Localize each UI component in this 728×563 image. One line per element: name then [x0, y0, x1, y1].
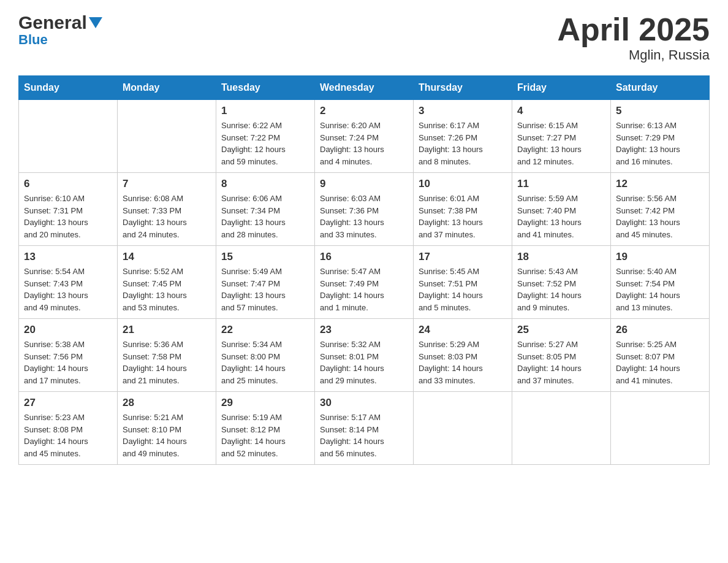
- day-number: 4: [517, 105, 605, 117]
- calendar-table: Sunday Monday Tuesday Wednesday Thursday…: [18, 75, 710, 465]
- day-info: Sunrise: 5:38 AM Sunset: 7:56 PM Dayligh…: [24, 339, 112, 386]
- day-cell: [19, 100, 118, 173]
- day-cell: [611, 392, 710, 465]
- day-cell: [414, 392, 512, 465]
- day-cell: 30Sunrise: 5:17 AM Sunset: 8:14 PM Dayli…: [315, 392, 414, 465]
- week-row-4: 20Sunrise: 5:38 AM Sunset: 7:56 PM Dayli…: [19, 319, 710, 392]
- day-info: Sunrise: 5:21 AM Sunset: 8:10 PM Dayligh…: [123, 412, 211, 459]
- day-info: Sunrise: 6:03 AM Sunset: 7:36 PM Dayligh…: [320, 193, 408, 240]
- day-info: Sunrise: 5:49 AM Sunset: 7:47 PM Dayligh…: [221, 266, 309, 313]
- logo-general-text: General: [18, 12, 87, 33]
- day-cell: [512, 392, 611, 465]
- day-cell: 27Sunrise: 5:23 AM Sunset: 8:08 PM Dayli…: [19, 392, 118, 465]
- day-cell: 13Sunrise: 5:54 AM Sunset: 7:43 PM Dayli…: [19, 246, 118, 319]
- day-cell: 2Sunrise: 6:20 AM Sunset: 7:24 PM Daylig…: [315, 100, 414, 173]
- day-info: Sunrise: 6:06 AM Sunset: 7:34 PM Dayligh…: [221, 193, 309, 240]
- day-number: 11: [517, 178, 605, 190]
- day-cell: 19Sunrise: 5:40 AM Sunset: 7:54 PM Dayli…: [611, 246, 710, 319]
- week-row-3: 13Sunrise: 5:54 AM Sunset: 7:43 PM Dayli…: [19, 246, 710, 319]
- header-saturday: Saturday: [611, 76, 710, 100]
- day-number: 16: [320, 251, 408, 263]
- day-cell: 20Sunrise: 5:38 AM Sunset: 7:56 PM Dayli…: [19, 319, 118, 392]
- day-cell: [118, 100, 216, 173]
- day-number: 17: [419, 251, 507, 263]
- day-cell: 11Sunrise: 5:59 AM Sunset: 7:40 PM Dayli…: [512, 173, 611, 246]
- day-number: 9: [320, 178, 408, 190]
- day-cell: 7Sunrise: 6:08 AM Sunset: 7:33 PM Daylig…: [118, 173, 216, 246]
- day-cell: 25Sunrise: 5:27 AM Sunset: 8:05 PM Dayli…: [512, 319, 611, 392]
- day-info: Sunrise: 5:56 AM Sunset: 7:42 PM Dayligh…: [616, 193, 704, 240]
- day-info: Sunrise: 5:43 AM Sunset: 7:52 PM Dayligh…: [517, 266, 605, 313]
- day-number: 30: [320, 397, 408, 409]
- day-cell: 8Sunrise: 6:06 AM Sunset: 7:34 PM Daylig…: [216, 173, 315, 246]
- day-info: Sunrise: 6:01 AM Sunset: 7:38 PM Dayligh…: [419, 193, 507, 240]
- day-number: 5: [616, 105, 704, 117]
- header-monday: Monday: [118, 76, 216, 100]
- day-cell: 26Sunrise: 5:25 AM Sunset: 8:07 PM Dayli…: [611, 319, 710, 392]
- day-number: 8: [221, 178, 309, 190]
- day-number: 27: [24, 397, 112, 409]
- day-info: Sunrise: 5:45 AM Sunset: 7:51 PM Dayligh…: [419, 266, 507, 313]
- day-cell: 6Sunrise: 6:10 AM Sunset: 7:31 PM Daylig…: [19, 173, 118, 246]
- day-number: 28: [123, 397, 211, 409]
- day-cell: 12Sunrise: 5:56 AM Sunset: 7:42 PM Dayli…: [611, 173, 710, 246]
- day-number: 1: [221, 105, 309, 117]
- day-info: Sunrise: 6:22 AM Sunset: 7:22 PM Dayligh…: [221, 120, 309, 167]
- day-info: Sunrise: 6:08 AM Sunset: 7:33 PM Dayligh…: [123, 193, 211, 240]
- day-info: Sunrise: 5:27 AM Sunset: 8:05 PM Dayligh…: [517, 339, 605, 386]
- day-cell: 22Sunrise: 5:34 AM Sunset: 8:00 PM Dayli…: [216, 319, 315, 392]
- header-thursday: Thursday: [414, 76, 512, 100]
- day-number: 18: [517, 251, 605, 263]
- day-cell: 5Sunrise: 6:13 AM Sunset: 7:29 PM Daylig…: [611, 100, 710, 173]
- calendar-title: April 2025: [557, 12, 710, 47]
- day-cell: 29Sunrise: 5:19 AM Sunset: 8:12 PM Dayli…: [216, 392, 315, 465]
- day-number: 25: [517, 324, 605, 336]
- day-info: Sunrise: 5:54 AM Sunset: 7:43 PM Dayligh…: [24, 266, 112, 313]
- day-number: 15: [221, 251, 309, 263]
- day-number: 24: [419, 324, 507, 336]
- day-cell: 18Sunrise: 5:43 AM Sunset: 7:52 PM Dayli…: [512, 246, 611, 319]
- day-cell: 23Sunrise: 5:32 AM Sunset: 8:01 PM Dayli…: [315, 319, 414, 392]
- day-info: Sunrise: 5:36 AM Sunset: 7:58 PM Dayligh…: [123, 339, 211, 386]
- day-info: Sunrise: 5:47 AM Sunset: 7:49 PM Dayligh…: [320, 266, 408, 313]
- day-info: Sunrise: 5:17 AM Sunset: 8:14 PM Dayligh…: [320, 412, 408, 459]
- day-number: 6: [24, 178, 112, 190]
- day-cell: 3Sunrise: 6:17 AM Sunset: 7:26 PM Daylig…: [414, 100, 512, 173]
- day-cell: 15Sunrise: 5:49 AM Sunset: 7:47 PM Dayli…: [216, 246, 315, 319]
- day-info: Sunrise: 5:25 AM Sunset: 8:07 PM Dayligh…: [616, 339, 704, 386]
- day-number: 29: [221, 397, 309, 409]
- day-number: 20: [24, 324, 112, 336]
- header-tuesday: Tuesday: [216, 76, 315, 100]
- day-number: 19: [616, 251, 704, 263]
- week-row-5: 27Sunrise: 5:23 AM Sunset: 8:08 PM Dayli…: [19, 392, 710, 465]
- day-info: Sunrise: 6:13 AM Sunset: 7:29 PM Dayligh…: [616, 120, 704, 167]
- day-number: 2: [320, 105, 408, 117]
- day-number: 14: [123, 251, 211, 263]
- day-number: 7: [123, 178, 211, 190]
- day-cell: 14Sunrise: 5:52 AM Sunset: 7:45 PM Dayli…: [118, 246, 216, 319]
- logo-arrow-icon: [89, 17, 102, 29]
- day-info: Sunrise: 5:23 AM Sunset: 8:08 PM Dayligh…: [24, 412, 112, 459]
- day-number: 23: [320, 324, 408, 336]
- day-number: 22: [221, 324, 309, 336]
- header-friday: Friday: [512, 76, 611, 100]
- day-info: Sunrise: 5:19 AM Sunset: 8:12 PM Dayligh…: [221, 412, 309, 459]
- day-info: Sunrise: 5:40 AM Sunset: 7:54 PM Dayligh…: [616, 266, 704, 313]
- day-cell: 17Sunrise: 5:45 AM Sunset: 7:51 PM Dayli…: [414, 246, 512, 319]
- day-number: 12: [616, 178, 704, 190]
- day-number: 13: [24, 251, 112, 263]
- title-area: April 2025 Mglin, Russia: [557, 12, 710, 63]
- day-info: Sunrise: 6:15 AM Sunset: 7:27 PM Dayligh…: [517, 120, 605, 167]
- day-cell: 28Sunrise: 5:21 AM Sunset: 8:10 PM Dayli…: [118, 392, 216, 465]
- day-cell: 24Sunrise: 5:29 AM Sunset: 8:03 PM Dayli…: [414, 319, 512, 392]
- day-info: Sunrise: 6:20 AM Sunset: 7:24 PM Dayligh…: [320, 120, 408, 167]
- day-info: Sunrise: 5:29 AM Sunset: 8:03 PM Dayligh…: [419, 339, 507, 386]
- day-cell: 4Sunrise: 6:15 AM Sunset: 7:27 PM Daylig…: [512, 100, 611, 173]
- header-wednesday: Wednesday: [315, 76, 414, 100]
- day-cell: 9Sunrise: 6:03 AM Sunset: 7:36 PM Daylig…: [315, 173, 414, 246]
- week-row-1: 1Sunrise: 6:22 AM Sunset: 7:22 PM Daylig…: [19, 100, 710, 173]
- day-cell: 21Sunrise: 5:36 AM Sunset: 7:58 PM Dayli…: [118, 319, 216, 392]
- calendar-subtitle: Mglin, Russia: [557, 47, 710, 63]
- logo: General Blue: [18, 12, 102, 48]
- day-info: Sunrise: 5:52 AM Sunset: 7:45 PM Dayligh…: [123, 266, 211, 313]
